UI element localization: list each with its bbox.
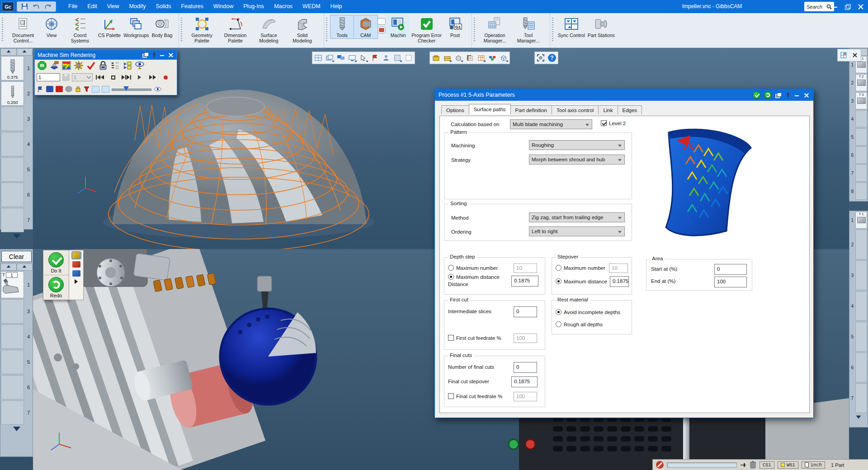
empty-slot[interactable]	[855, 383, 867, 413]
empty-slot[interactable]	[1, 400, 24, 425]
depth-distance-field[interactable]: 0.1875	[511, 276, 538, 287]
new-window-icon[interactable]	[324, 52, 335, 63]
ordering-combo[interactable]: Left to right	[529, 226, 625, 236]
stop-hand-icon[interactable]	[37, 61, 47, 70]
color-bands-icon[interactable]	[61, 61, 72, 70]
body-bag-button[interactable]: Body Bag	[151, 15, 174, 38]
scroll-up-right-icon[interactable]	[17, 48, 33, 56]
depth-max-number-radio[interactable]: Maximum number	[448, 265, 498, 271]
speed-select[interactable]: 1	[72, 73, 93, 81]
empty-slot[interactable]	[1, 157, 24, 182]
empty-slot[interactable]	[855, 128, 867, 146]
machining-combo[interactable]: Roughing	[529, 140, 625, 150]
surface-modeling-button[interactable]: Surface Modeling	[252, 15, 286, 44]
dialog-titlebar[interactable]: Process #1 5-Axis Parameters	[435, 89, 813, 101]
minimize-button[interactable]	[832, 4, 837, 9]
pin-status-icon[interactable]	[740, 462, 746, 468]
close-panel-icon[interactable]	[849, 50, 860, 61]
empty-slot[interactable]	[855, 183, 867, 200]
crate2-icon[interactable]	[442, 52, 453, 63]
dialog-apply-icon[interactable]	[753, 91, 760, 99]
dialog-redo-icon[interactable]	[764, 91, 772, 99]
scroll-up-left-icon[interactable]	[0, 48, 17, 56]
stepover-max-distance-radio[interactable]: Maximum distance	[556, 278, 607, 284]
visibility-icon[interactable]	[134, 61, 145, 70]
empty-slot[interactable]	[1, 324, 24, 349]
trash-icon[interactable]	[750, 461, 756, 469]
dialog-cascade-icon[interactable]	[775, 93, 781, 98]
first-cut-feedrate-field[interactable]: 100	[514, 334, 537, 343]
empty-slot[interactable]	[855, 146, 867, 164]
rough-all-depths-radio[interactable]: Rough all depths	[556, 321, 603, 327]
station2-slot-empty[interactable]: 6	[849, 352, 868, 383]
fit-view-icon[interactable]	[535, 52, 546, 63]
empty-slot[interactable]	[855, 164, 867, 182]
first-cut-feedrate-checkbox[interactable]: First cut feedrate %	[448, 335, 501, 341]
final-cut-stepover-field[interactable]: 0.1875	[511, 376, 538, 387]
dialog-minimize-icon[interactable]	[794, 93, 800, 98]
expand-arrow-icon[interactable]	[75, 279, 78, 284]
station2-slot[interactable]: 1T 1	[849, 211, 868, 229]
tool-slot-2[interactable]: 0.250 2	[0, 81, 33, 106]
step-forward-button[interactable]	[120, 73, 132, 81]
stepover-max-number-radio[interactable]: Maximum number	[556, 265, 605, 271]
close-button[interactable]	[858, 4, 863, 9]
do-it-button[interactable]: Do It	[43, 250, 69, 275]
search-input[interactable]: Search	[804, 2, 834, 11]
stop-button[interactable]	[107, 73, 119, 81]
tab-edges[interactable]: Edges	[618, 105, 642, 114]
tool-slot-empty[interactable]: 4	[0, 132, 33, 157]
coords-status-icon[interactable]	[110, 61, 121, 70]
menu-wedm[interactable]: WEDM	[297, 0, 326, 13]
final-cut-feedrate-field[interactable]: 100	[514, 392, 537, 401]
sim-cascade-icon[interactable]	[142, 52, 148, 57]
cursor-tool-icon[interactable]	[358, 52, 369, 63]
sort-method-combo[interactable]: Zig zag, start from trailing edge	[529, 212, 625, 222]
workgroups-button[interactable]: Workgroups	[122, 15, 150, 38]
coord-systems-button[interactable]: Coord Systems	[63, 15, 97, 44]
empty-slot[interactable]	[1, 299, 24, 324]
t1-tool-tile[interactable]: T 1	[1, 271, 24, 298]
sim-pin-icon[interactable]	[151, 52, 157, 57]
menu-solids[interactable]: Solids	[151, 0, 176, 13]
empty-slot[interactable]	[1, 183, 24, 207]
tab-options[interactable]: Options	[441, 105, 469, 114]
menu-plugins[interactable]: Plug-Ins	[238, 0, 269, 13]
station2-slot-empty[interactable]: 7	[849, 383, 868, 414]
menu-macros[interactable]: Macros	[269, 0, 297, 13]
empty-slot[interactable]	[855, 352, 867, 382]
workgroup-blue-icon[interactable]	[72, 270, 80, 277]
menu-view[interactable]: View	[102, 0, 124, 13]
operation-manager-button[interactable]: Operation Manager...	[478, 15, 512, 44]
station2-slot-empty[interactable]: 4	[849, 291, 868, 321]
filter-funnel-icon[interactable]	[83, 86, 90, 92]
final-cuts-number-field[interactable]: 0	[514, 362, 537, 373]
cs-indicator[interactable]: CS1	[760, 461, 774, 469]
menu-edit[interactable]: Edit	[82, 0, 102, 13]
tool-list-scroll-up[interactable]	[0, 48, 33, 56]
units-indicator[interactable]: inch	[802, 461, 825, 469]
station-slot-empty[interactable]: 7	[849, 164, 868, 182]
blank-box-icon[interactable]	[403, 52, 414, 63]
empty-slot[interactable]	[855, 291, 867, 321]
menu-file[interactable]: File	[63, 0, 82, 13]
grid-add-icon[interactable]	[392, 52, 403, 63]
render-mode-icon[interactable]	[49, 61, 60, 70]
sim-speed-slider[interactable]	[112, 86, 151, 92]
area-start-field[interactable]: 0	[714, 264, 747, 275]
level2-checkbox[interactable]: Level 2	[601, 120, 626, 126]
red-marker-icon[interactable]	[56, 86, 63, 92]
strategy-combo[interactable]: Morph between shroud and hub	[529, 155, 625, 164]
slider-thumb[interactable]	[123, 86, 129, 91]
callout-red-icon[interactable]	[377, 27, 386, 33]
empty-slot[interactable]	[1, 375, 24, 400]
workgroup-indicator[interactable]: WG1	[778, 461, 798, 469]
sim-window-titlebar[interactable]: Machine Sim Rendering	[35, 50, 177, 60]
empty-slot[interactable]	[1, 107, 24, 131]
avoid-incomplete-radio[interactable]: Avoid incomplete depths	[556, 309, 620, 315]
cam-button[interactable]: CAM	[354, 15, 377, 38]
tab-surface-paths[interactable]: Surface paths	[469, 104, 511, 114]
empty-slot[interactable]	[1, 350, 24, 374]
menu-window[interactable]: Window	[208, 0, 238, 13]
interrupt-icon[interactable]	[656, 461, 664, 469]
